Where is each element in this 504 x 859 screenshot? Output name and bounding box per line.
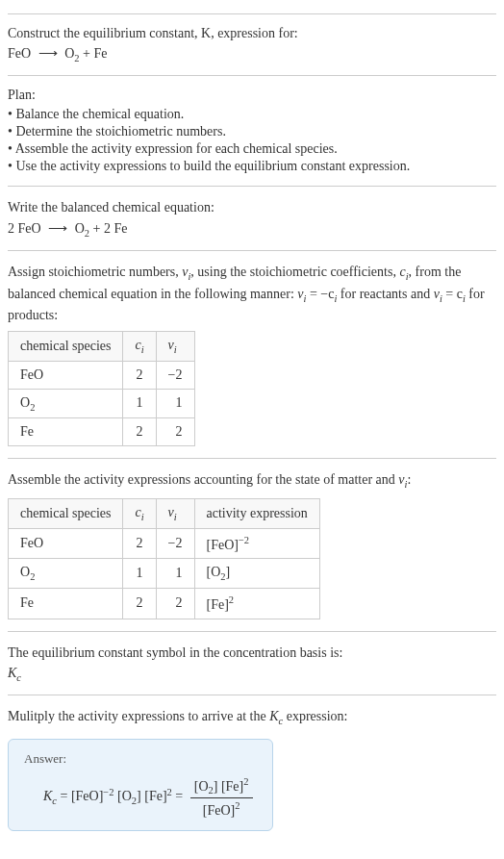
term1-sup: −2 xyxy=(103,786,113,796)
cell-ci: 1 xyxy=(123,389,156,418)
sub-i: i xyxy=(141,512,144,522)
expr-sup: −2 xyxy=(239,535,249,545)
answer-formula: Kc = [FeO]−2 [O2] [Fe]2 = [O2] [Fe]2[FeO… xyxy=(24,776,257,819)
expr-base: [O xyxy=(207,565,221,579)
eq-left: FeO xyxy=(8,46,31,61)
activity-table: chemical species ci νi activity expressi… xyxy=(8,498,320,619)
table-row: FeO 2 −2 xyxy=(9,361,195,389)
cell-nui: 1 xyxy=(156,389,194,418)
eq-sign: = xyxy=(57,789,71,803)
cell-expr: [Fe]2 xyxy=(194,589,319,619)
eq-sign: = xyxy=(172,789,187,803)
stoich-t4: for reactants and xyxy=(337,287,433,301)
kc-base: K xyxy=(43,789,52,803)
num-fe: [Fe] xyxy=(221,778,243,793)
table-header-row: chemical species ci νi xyxy=(9,331,195,361)
stoich-text: Assign stoichiometric numbers, νi, using… xyxy=(8,263,496,325)
act-t1: Assemble the activity expressions accoun… xyxy=(8,472,398,487)
eq-plus-fe: + Fe xyxy=(80,46,108,61)
cell-nui: 2 xyxy=(156,589,194,619)
cell-ci: 2 xyxy=(123,418,156,446)
o2-base: O xyxy=(20,565,30,579)
cell-expr: [O2] xyxy=(194,559,319,589)
o2-sub: 2 xyxy=(30,571,35,582)
cell-nui: 1 xyxy=(156,559,194,589)
fraction: [O2] [Fe]2[FeO]2 xyxy=(190,776,253,819)
cell-species: O2 xyxy=(9,389,123,418)
cell-ci: 2 xyxy=(123,589,156,619)
stoich-table: chemical species ci νi FeO 2 −2 O2 1 1 F… xyxy=(8,331,195,447)
plan-section: Plan: • Balance the chemical equation. •… xyxy=(8,75,496,174)
num-fe-sup: 2 xyxy=(243,776,248,787)
stoich-t1: Assign stoichiometric numbers, xyxy=(8,265,182,279)
intro-section: Construct the equilibrium constant, K, e… xyxy=(8,13,496,63)
kc-symbol: Kc xyxy=(8,666,496,683)
term1-base: [FeO] xyxy=(71,789,103,803)
cell-expr: [FeO]−2 xyxy=(194,528,319,559)
arrow-icon: ⟶ xyxy=(38,46,58,61)
expr-base: [FeO] xyxy=(207,537,239,551)
kc-base: K xyxy=(269,709,278,723)
num-o2: [O xyxy=(194,778,209,793)
arrow-icon: ⟶ xyxy=(48,221,67,236)
expr-base: [Fe] xyxy=(207,597,229,612)
kc-sub: c xyxy=(16,672,21,683)
table-header-row: chemical species ci νi activity expressi… xyxy=(9,498,320,528)
term2-end: ] xyxy=(137,789,144,803)
answer-label: Answer: xyxy=(24,751,257,767)
plan-item-2: • Determine the stoichiometric numbers. xyxy=(8,124,496,139)
stoich-eq1r: = −c xyxy=(306,287,334,301)
expr-sup: 2 xyxy=(229,594,234,605)
cell-species: FeO xyxy=(9,361,123,389)
intro-text-part: Construct the equilibrium constant, K, e… xyxy=(8,26,298,40)
table-row: O2 1 1 [O2] xyxy=(9,559,320,589)
cell-species: O2 xyxy=(9,559,123,589)
unbalanced-equation: FeO ⟶ O2 + Fe xyxy=(8,45,496,63)
mult-t2: expression: xyxy=(283,709,347,723)
cell-nui: −2 xyxy=(156,361,194,389)
plan-item-4: • Use the activity expressions to build … xyxy=(8,159,496,174)
plan-item-1: • Balance the chemical equation. xyxy=(8,107,496,122)
table-row: FeO 2 −2 [FeO]−2 xyxy=(9,528,320,559)
th-ci: ci xyxy=(123,331,156,361)
stoich-eq2: = c xyxy=(442,287,463,301)
activity-section: Assemble the activity expressions accoun… xyxy=(8,458,496,619)
o2-sub: 2 xyxy=(30,401,35,412)
bal-rest: + 2 Fe xyxy=(89,221,127,236)
expr-end: ] xyxy=(226,565,231,579)
term2-base: [O xyxy=(114,789,132,803)
numerator: [O2] [Fe]2 xyxy=(190,776,253,798)
th-expr: activity expression xyxy=(194,498,319,528)
mult-t1: Mulitply the activity expressions to arr… xyxy=(8,709,269,723)
balanced-text: Write the balanced chemical equation: xyxy=(8,198,496,217)
stoich-section: Assign stoichiometric numbers, νi, using… xyxy=(8,250,496,446)
activity-text: Assemble the activity expressions accoun… xyxy=(8,470,496,492)
sub-i: i xyxy=(174,344,177,355)
sub-i: i xyxy=(174,512,177,522)
sub-i: i xyxy=(141,344,144,355)
plan-item-3: • Assemble the activity expression for e… xyxy=(8,141,496,157)
th-nui: νi xyxy=(156,498,194,528)
stoich-t2: , using the stoichiometric coefficients, xyxy=(190,265,399,279)
table-row: O2 1 1 xyxy=(9,389,195,418)
cell-nui: 2 xyxy=(156,418,194,446)
denominator: [FeO]2 xyxy=(190,798,253,819)
num-o2-end: ] xyxy=(214,778,221,793)
o2-base: O xyxy=(20,395,30,410)
balanced-equation: 2 FeO ⟶ O2 + 2 Fe xyxy=(8,220,496,239)
balanced-section: Write the balanced chemical equation: 2 … xyxy=(8,186,496,239)
term3-base: [Fe] xyxy=(144,789,166,803)
table-row: Fe 2 2 xyxy=(9,418,195,446)
multiply-text: Mulitply the activity expressions to arr… xyxy=(8,707,496,728)
eq-o2: O xyxy=(64,46,74,61)
table-row: Fe 2 2 [Fe]2 xyxy=(9,589,320,619)
cell-species: Fe xyxy=(9,589,123,619)
kc-text: The equilibrium constant symbol in the c… xyxy=(8,644,496,663)
cell-species: Fe xyxy=(9,418,123,446)
answer-box: Answer: Kc = [FeO]−2 [O2] [Fe]2 = [O2] [… xyxy=(8,739,273,831)
act-t2: : xyxy=(407,472,411,487)
multiply-section: Mulitply the activity expressions to arr… xyxy=(8,695,496,831)
th-species: chemical species xyxy=(9,331,123,361)
cell-ci: 2 xyxy=(123,528,156,559)
cell-ci: 2 xyxy=(123,361,156,389)
